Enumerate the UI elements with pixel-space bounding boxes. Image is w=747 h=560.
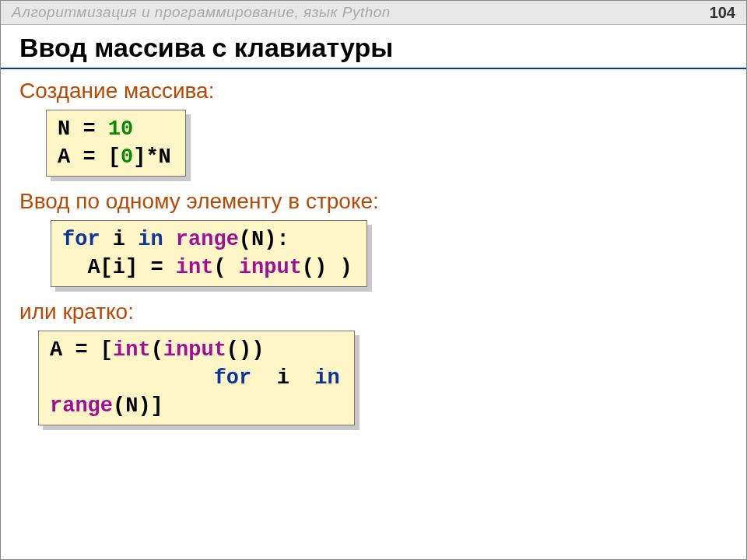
code-content-1: N = 10 A = [0]*N (46, 110, 186, 177)
slide: Алгоритмизация и программирование, язык … (0, 0, 747, 560)
code-block-2: for i in range(N): A[i] = int( input() ) (51, 220, 367, 287)
code-content-2: for i in range(N): A[i] = int( input() ) (51, 220, 367, 287)
top-bar: Алгоритмизация и программирование, язык … (1, 1, 746, 25)
code-content-3: A = [int(input()) for i in range(N)] (38, 331, 355, 425)
code-block-3: A = [int(input()) for i in range(N)] (38, 331, 355, 425)
slide-title: Ввод массива с клавиатуры (1, 33, 746, 69)
header-caption: Алгоритмизация и программирование, язык … (12, 4, 391, 21)
section-1-label: Создание массива: (19, 79, 728, 103)
code-block-1: N = 10 A = [0]*N (46, 110, 186, 177)
section-3-label: или кратко: (19, 299, 728, 324)
section-2-label: Ввод по одному элементу в строке: (19, 189, 728, 214)
page-number: 104 (710, 4, 735, 22)
slide-body: Создание массива: N = 10 A = [0]*N Ввод … (1, 69, 746, 433)
